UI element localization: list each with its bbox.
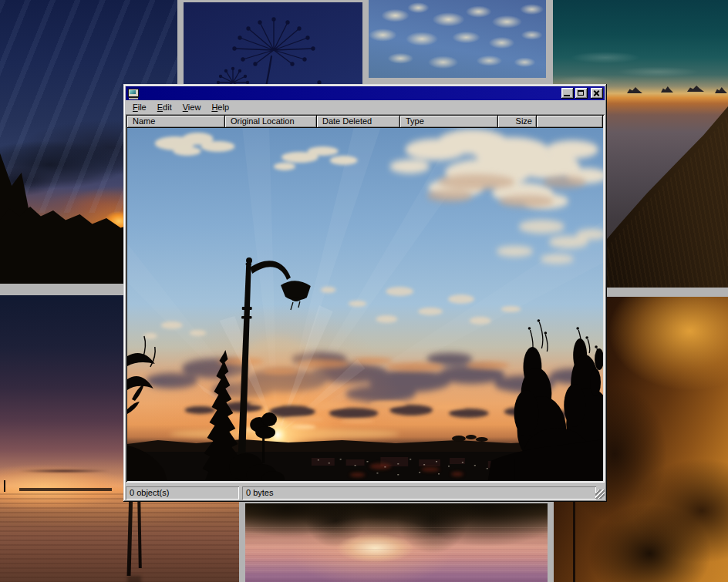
wallpaper-photo-cloud-sky [369, 0, 546, 78]
column-header-date-deleted[interactable]: Date Deleted [317, 116, 400, 128]
desktop: { "window": { "title": "", "icon": "comp… [0, 0, 728, 582]
pole-reflection [127, 576, 141, 582]
column-header-size[interactable]: Size [498, 116, 537, 128]
column-header-blank[interactable] [537, 116, 603, 128]
column-header-name[interactable]: Name [127, 116, 225, 128]
status-object-count: 0 object(s) [126, 486, 239, 500]
water-ripples [245, 527, 548, 582]
recycle-bin-window: File Edit View Help Name Original Locati… [123, 84, 607, 502]
menu-edit[interactable]: Edit [152, 101, 177, 114]
distant-shore [19, 488, 112, 491]
title-bar[interactable] [126, 86, 605, 100]
menu-help[interactable]: Help [206, 101, 234, 114]
water-stick [4, 480, 5, 492]
island-silhouette [627, 87, 642, 93]
status-bar: 0 object(s) 0 bytes [126, 484, 605, 500]
wallpaper-photo-water-reflection [245, 503, 548, 582]
close-button[interactable] [591, 88, 603, 99]
minimize-button[interactable] [561, 88, 574, 99]
close-icon [592, 89, 602, 97]
menu-view[interactable]: View [177, 101, 207, 114]
maximize-icon [578, 90, 584, 96]
menu-file[interactable]: File [127, 101, 152, 114]
status-total-size: 0 bytes [242, 486, 596, 500]
island-silhouette [687, 86, 704, 92]
resize-grip-icon[interactable] [595, 489, 605, 499]
computer-icon [128, 89, 139, 99]
folder-contents-area[interactable] [127, 128, 603, 481]
island-silhouette [715, 87, 727, 93]
island-silhouette [661, 86, 673, 93]
list-view[interactable]: Name Original Location Date Deleted Type… [126, 114, 605, 483]
dark-cloud-streak [6, 469, 122, 473]
folder-background-photo-sunset-lamp [127, 128, 603, 481]
column-header-type[interactable]: Type [400, 116, 498, 128]
water-ripples [0, 493, 239, 582]
column-header-original-location[interactable]: Original Location [225, 116, 317, 128]
maximize-button[interactable] [575, 88, 588, 99]
menu-bar: File Edit View Help [126, 100, 605, 114]
minimize-icon [564, 95, 570, 96]
column-header-row: Name Original Location Date Deleted Type… [127, 116, 603, 128]
